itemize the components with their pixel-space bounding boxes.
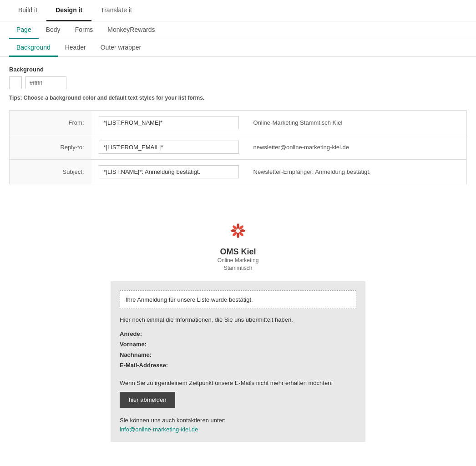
tab-monkey-rewards[interactable]: MonkeyRewards	[100, 21, 162, 39]
subject-input-cell	[91, 160, 246, 184]
body-intro-text: Hier noch einmal die Informationen, die …	[120, 316, 356, 323]
tips-body: Choose a background color and default te…	[22, 95, 204, 101]
contact-text: Sie können uns auch kontaktieren unter:	[120, 417, 356, 424]
oms-logo	[227, 221, 249, 243]
field-anrede: Anrede:	[120, 330, 356, 337]
tab-outer-wrapper[interactable]: Outer wrapper	[93, 39, 148, 57]
tab-build[interactable]: Build it	[9, 0, 46, 21]
subject-display: Newsletter-Empfänger: Anmeldung bestätig…	[246, 160, 467, 184]
field-email: E-Mail-Addresse:	[120, 362, 356, 369]
tips-label: Tips:	[9, 95, 22, 101]
tab-header[interactable]: Header	[58, 39, 93, 57]
field-nachname: Nachname:	[120, 351, 356, 358]
tab-forms[interactable]: Forms	[68, 21, 101, 39]
table-row: From: Online-Marketing Stammtisch Kiel	[10, 111, 467, 135]
from-display: Online-Marketing Stammtisch Kiel	[246, 111, 467, 135]
svg-point-0	[237, 223, 239, 229]
contact-link[interactable]: info@online-marketing-kiel.de	[120, 426, 198, 433]
email-body-preview: Ihre Anmeldung für unsere Liste wurde be…	[111, 281, 365, 442]
second-tabs-container: Page Body Forms MonkeyRewards	[0, 21, 476, 39]
tab-background[interactable]: Background	[9, 39, 58, 57]
table-row: Reply-to: newsletter@online-marketing-ki…	[10, 135, 467, 160]
anrede-label: Anrede:	[120, 330, 142, 337]
tab-page[interactable]: Page	[9, 21, 39, 39]
svg-point-6	[231, 229, 236, 232]
reply-to-label: Reply-to:	[10, 135, 91, 160]
svg-point-2	[240, 229, 245, 232]
reply-to-display: newsletter@online-marketing-kiel.de	[246, 135, 467, 160]
confirmation-box: Ihre Anmeldung für unsere Liste wurde be…	[120, 290, 356, 309]
top-tabs-container: Build it Design it Translate it	[0, 0, 476, 21]
reply-to-input-cell	[91, 135, 246, 160]
vorname-label: Vorname:	[120, 341, 147, 348]
tips-text: Tips: Choose a background color and defa…	[9, 95, 467, 101]
preview-card: OMS Kiel Online MarketingStammtisch Ihre…	[101, 207, 375, 451]
main-content: Background Tips: Choose a background col…	[0, 57, 476, 466]
field-vorname: Vorname:	[120, 341, 356, 348]
subject-input[interactable]	[99, 165, 239, 178]
tab-translate[interactable]: Translate it	[91, 0, 141, 21]
from-label: From:	[10, 111, 91, 135]
unsubscribe-text: Wenn Sie zu irgendeinem Zeitpunkt unsere…	[120, 380, 356, 386]
preview-area: OMS Kiel Online MarketingStammtisch Ihre…	[9, 198, 467, 460]
unsubscribe-button[interactable]: hier abmelden	[120, 392, 175, 408]
color-swatch[interactable]	[9, 76, 22, 89]
from-input[interactable]	[99, 116, 239, 129]
tab-design[interactable]: Design it	[46, 0, 91, 21]
logo-area: OMS Kiel Online MarketingStammtisch	[101, 207, 375, 281]
from-input-cell	[91, 111, 246, 135]
logo-subtitle: Online MarketingStammtisch	[111, 257, 365, 272]
color-row	[9, 76, 467, 89]
svg-point-4	[237, 233, 239, 238]
background-label: Background	[9, 66, 467, 73]
third-tabs-container: Background Header Outer wrapper	[0, 39, 476, 57]
reply-to-input[interactable]	[99, 141, 239, 154]
logo-title: OMS Kiel	[111, 247, 365, 257]
email-label: E-Mail-Addresse:	[120, 362, 168, 369]
confirmation-text: Ihre Anmeldung für unsere Liste wurde be…	[126, 296, 253, 303]
email-config-table: From: Online-Marketing Stammtisch Kiel R…	[9, 110, 467, 184]
nachname-label: Nachname:	[120, 351, 152, 358]
table-row: Subject: Newsletter-Empfänger: Anmeldung…	[10, 160, 467, 184]
subject-label: Subject:	[10, 160, 91, 184]
tab-body[interactable]: Body	[39, 21, 68, 39]
color-input[interactable]	[25, 76, 66, 89]
